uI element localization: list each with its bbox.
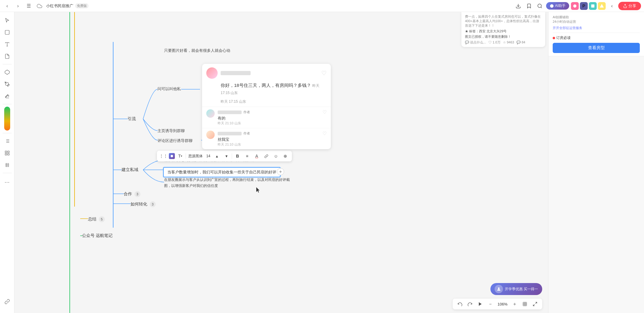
sidebar-grid[interactable]	[2, 160, 13, 170]
reply-1-heart[interactable]: ♡	[322, 109, 327, 115]
sidebar-cursor[interactable]	[2, 15, 13, 26]
sidebar-eraser[interactable]	[2, 91, 13, 102]
sidebar-text2[interactable]	[2, 136, 13, 146]
reply-2-heart[interactable]: ♡	[322, 131, 327, 136]
subscribe-row: 订房必读	[553, 35, 640, 40]
stats-comment: 💬 说点什么...	[465, 40, 486, 45]
tb-divider-2	[232, 153, 232, 159]
zoom-out-button[interactable]: －	[486, 300, 495, 308]
redo-button[interactable]	[466, 300, 474, 308]
toolbar-ai-icon[interactable]	[169, 153, 175, 159]
sidebar-more[interactable]: …	[2, 176, 13, 186]
zoom-level: 106%	[496, 302, 509, 306]
comment-text: 你好，18号住三天，两人，有房间吗？多钱？ 昨天 17:15 山东	[202, 81, 331, 99]
reply-2-name	[218, 132, 242, 135]
svg-rect-20	[7, 154, 9, 155]
toolbar-font[interactable]: 思源黑体	[187, 153, 204, 159]
comment-body: 你好，18号住三天，两人，有房间吗？多钱？	[221, 83, 311, 88]
menu-button[interactable]: ☰	[25, 2, 33, 10]
sidebar-sticky[interactable]	[2, 51, 13, 62]
comment-avatar	[206, 67, 218, 79]
zongjie-badge: 5	[99, 216, 105, 222]
helper-card[interactable]: 开学季优惠 买一得一	[490, 283, 542, 295]
sidebar-frame[interactable]	[2, 27, 13, 38]
haoping-node[interactable]: 当客户数量增加时，我们可以开始收集一些关于自己民宿的好评	[163, 167, 281, 177]
toolbar-color[interactable]: A	[252, 152, 261, 160]
top-info-text: 费一点，如果四个人住复式房间也可以，复式扑像在400+基本上最高人均100+，总…	[465, 14, 542, 28]
ai-label: AI助手	[555, 3, 566, 8]
svg-point-38	[498, 288, 499, 289]
comment-username-bar	[221, 71, 251, 75]
sidebar-link[interactable]	[2, 296, 13, 307]
back-button[interactable]: ‹	[3, 2, 11, 10]
search-button[interactable]	[535, 1, 544, 10]
svg-point-4	[573, 4, 577, 7]
app-icon-3[interactable]	[589, 2, 597, 10]
fullscreen-button[interactable]	[531, 300, 539, 308]
app-icon-2[interactable]: P	[580, 2, 588, 10]
ai-assistant-button[interactable]: AI助手	[546, 2, 569, 10]
forward-button[interactable]: ›	[14, 2, 22, 10]
helper-avatar	[495, 285, 503, 293]
toolbar-extra[interactable]: ⊕	[281, 152, 290, 160]
svg-rect-18	[5, 151, 7, 152]
svg-rect-31	[523, 302, 527, 306]
top-info-stats: 💬 说点什么... ♡ 1.0万 ☆ 9463 💬 84	[465, 40, 542, 45]
reply-1: 作者 ♡ 有的 昨天 21:10 山东	[202, 107, 331, 128]
svg-line-36	[535, 302, 537, 304]
svg-marker-30	[479, 302, 481, 306]
version-badge[interactable]: 免费版	[75, 3, 89, 8]
download-button[interactable]	[514, 1, 523, 10]
sidebar-divider-4	[3, 173, 12, 173]
sidebar-layout[interactable]	[2, 148, 13, 158]
toolbar-size-up[interactable]: ▴	[213, 152, 221, 160]
comment-heart-icon[interactable]: ♡	[321, 69, 327, 77]
right-panel-top: AI创播辅助24小时自动运营 开开全部征运营服务 订房必读 查看房型	[548, 12, 644, 56]
helper-label: 开学季优惠 买一得一	[505, 287, 538, 292]
toolbar-size-down[interactable]: ▾	[222, 152, 231, 160]
stats-stars: ☆ 9463	[503, 40, 514, 44]
toolbar-bold[interactable]: B	[233, 152, 242, 160]
toolbar-text-style[interactable]: T ▾	[176, 152, 184, 160]
reply-1-content: 作者 ♡ 有的 昨天 21:10 山东	[218, 109, 327, 125]
toolbar-emoji[interactable]: ☺	[272, 152, 280, 160]
top-toolbar: ‹ › ☰ 小红书民宿推广 免费版 AI助手	[0, 0, 644, 12]
node-zongjie: 总结 5	[88, 216, 105, 222]
fit-button[interactable]	[521, 300, 529, 308]
play-button[interactable]	[476, 300, 484, 308]
reply-2: 作者 ♡ 丝我宝 昨天 21:10 山东	[202, 128, 331, 149]
toolbar-drag[interactable]: ⋮⋮	[159, 152, 168, 160]
sidebar-pen[interactable]	[2, 79, 13, 90]
reply-2-avatar	[206, 131, 215, 139]
svg-rect-8	[5, 30, 9, 34]
view-model-button[interactable]: 查看房型	[553, 43, 640, 53]
app-icon-1[interactable]	[571, 2, 579, 10]
right-panel-full-service[interactable]: 开开全部征运营服务	[553, 26, 640, 30]
svg-line-2	[541, 7, 542, 8]
svg-point-1	[538, 4, 541, 7]
yellow-line	[74, 12, 75, 207]
sidebar-shape[interactable]	[2, 67, 13, 78]
sidebar-text[interactable]	[2, 39, 13, 50]
node-gongzhonghao: 公众号 远航笔记	[82, 233, 113, 238]
share-button[interactable]: 分享	[618, 2, 641, 10]
undo-button[interactable]	[456, 300, 464, 308]
add-node-button[interactable]: ＋	[277, 168, 284, 175]
color-palette[interactable]	[4, 107, 10, 131]
svg-point-29	[171, 155, 173, 157]
bookmark-button[interactable]	[525, 1, 534, 10]
comment-header: ♡	[202, 64, 331, 81]
reply-1-text: 有的	[218, 116, 327, 121]
top-info-loc: ★ 标签：西安 北京大兴29号	[465, 29, 542, 34]
svg-point-3	[550, 4, 554, 8]
collapse-button[interactable]: ‹	[607, 1, 616, 10]
comment-username	[221, 71, 251, 75]
app-icon-4[interactable]	[598, 2, 606, 10]
toolbar-size: 14	[205, 153, 211, 159]
toolbar-align[interactable]: ≡	[243, 152, 251, 160]
toolbar-link[interactable]	[262, 152, 270, 160]
cloud-button[interactable]	[35, 2, 44, 10]
hezuo-badge: 3	[134, 191, 140, 197]
zoom-in-button[interactable]: ＋	[510, 300, 519, 308]
bottom-toolbar: － 106% ＋	[453, 299, 542, 309]
